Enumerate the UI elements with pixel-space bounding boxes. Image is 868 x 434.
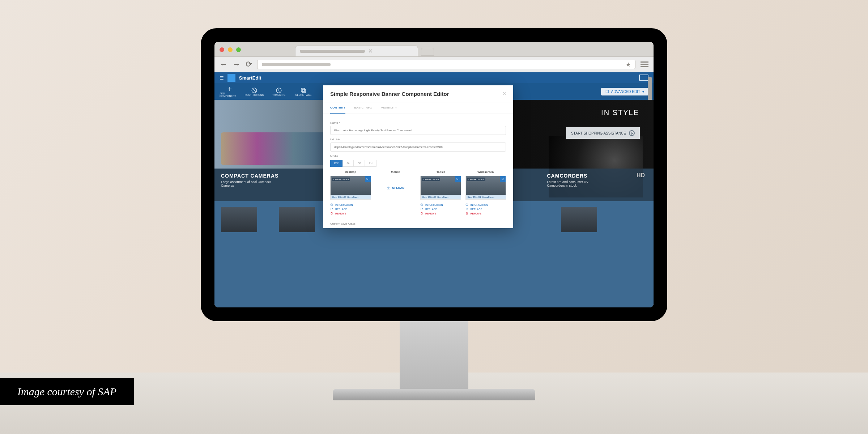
info-button[interactable]: INFORMATION [330, 203, 371, 207]
info-button[interactable]: INFORMATION [465, 203, 506, 207]
info-button[interactable]: INFORMATION [420, 203, 461, 207]
dropdown-caret-icon: ▾ [642, 90, 644, 94]
tracking-button[interactable]: TRACKING [269, 87, 289, 96]
browser-tabbar: × [214, 42, 654, 56]
media-header-desktop: Desktop [345, 170, 356, 174]
name-input[interactable] [330, 126, 506, 135]
window-close-icon[interactable] [220, 47, 224, 52]
product-thumb[interactable] [279, 207, 315, 232]
hero-headline: IN STYLE [601, 109, 639, 117]
device-preview-icon[interactable] [639, 75, 648, 81]
modal-title: Simple Responsive Banner Component Edito… [330, 91, 449, 97]
product-thumb[interactable] [221, 207, 257, 232]
media-header-tablet: Tablet [437, 170, 445, 174]
browser-menu-icon[interactable] [641, 61, 648, 67]
name-label: Name * [330, 121, 506, 124]
address-bar[interactable]: ★ [257, 60, 635, 69]
media-thumb-tablet[interactable]: CAMERA LENSES Elec_200x150_HomeFam... [420, 176, 461, 200]
remove-button[interactable]: REMOVE [330, 211, 371, 216]
modal-close-icon[interactable]: × [503, 90, 506, 97]
monitor-frame: × ← → ⟳ ★ ☰ SmartEdit [201, 28, 667, 321]
tab-close-icon[interactable]: × [369, 47, 373, 55]
reload-button[interactable]: ⟳ [246, 60, 252, 69]
svg-point-5 [367, 178, 369, 180]
replace-button[interactable]: REPLACE [420, 207, 461, 211]
new-tab-button[interactable] [421, 48, 434, 56]
browser-tab[interactable]: × [295, 46, 418, 56]
window-zoom-icon[interactable] [236, 47, 241, 52]
hamburger-icon[interactable]: ☰ [220, 75, 224, 81]
tab-content[interactable]: CONTENT [330, 102, 345, 114]
replace-button[interactable]: REPLACE [465, 207, 506, 211]
advanced-edit-button[interactable]: ADVANCED EDIT ▾ [601, 88, 648, 95]
component-editor-modal: Simple Responsive Banner Component Edito… [323, 85, 513, 228]
lang-tab-ja[interactable]: JA [342, 160, 353, 167]
lang-tab-de[interactable]: DE [354, 160, 365, 167]
browser-toolbar: ← → ⟳ ★ [214, 56, 654, 72]
media-label: Media [330, 154, 506, 158]
tab-visibility[interactable]: VISIBILITY [381, 102, 397, 114]
zoom-icon[interactable] [455, 176, 461, 182]
bookmark-icon[interactable]: ★ [626, 61, 631, 68]
svg-point-9 [502, 178, 503, 180]
clone-page-button[interactable]: CLONE PAGE [293, 87, 314, 96]
svg-point-7 [457, 178, 459, 180]
media-thumb-widescreen[interactable]: CAMERA LENSES Elec_350x262_HomeFam... [465, 176, 506, 200]
media-header-widescreen: Widescreen [477, 170, 494, 174]
tab-basic-info[interactable]: BASIC INFO [354, 102, 372, 114]
replace-button[interactable]: REPLACE [330, 207, 371, 211]
svg-rect-4 [606, 90, 609, 93]
hd-badge: HD [637, 172, 645, 179]
media-thumb-desktop[interactable]: CAMERA LENSES Elec_240x180_HomeFam... [330, 176, 371, 200]
restrictions-button[interactable]: RESTRICTIONS [244, 87, 264, 96]
upload-button[interactable]: UPLOAD [375, 176, 416, 200]
zoom-icon[interactable] [365, 176, 371, 182]
custom-style-label: Custom Style Class [330, 222, 506, 225]
remove-button[interactable]: REMOVE [465, 211, 506, 216]
window-minimize-icon[interactable] [228, 47, 233, 52]
smartedit-header: ☰ SmartEdit [214, 72, 654, 83]
url-input[interactable] [330, 142, 506, 152]
url-label: Url Link [330, 138, 506, 141]
add-component-button[interactable]: ADD COMPONENT [220, 86, 240, 97]
remove-button[interactable]: REMOVE [420, 211, 461, 216]
zoom-icon[interactable] [500, 176, 506, 182]
lang-tab-zh[interactable]: ZH [365, 160, 376, 167]
category-tile-compact-cameras[interactable]: COMPACT CAMERAS Large assortment of cool… [214, 169, 328, 201]
lang-tab-en[interactable]: EN* [330, 160, 342, 167]
forward-button[interactable]: → [233, 60, 241, 69]
product-thumb[interactable] [561, 207, 597, 232]
svg-rect-2 [301, 88, 305, 92]
play-icon [629, 130, 635, 136]
app-brand: SmartEdit [239, 75, 261, 81]
smartedit-logo-icon [227, 74, 235, 82]
image-credit: Image courtesy of SAP [0, 378, 134, 405]
svg-rect-3 [302, 89, 306, 93]
start-shopping-button[interactable]: START SHOPPING ASSISTANCE [566, 127, 640, 139]
media-header-mobile: Mobile [391, 170, 400, 174]
back-button[interactable]: ← [220, 60, 227, 69]
